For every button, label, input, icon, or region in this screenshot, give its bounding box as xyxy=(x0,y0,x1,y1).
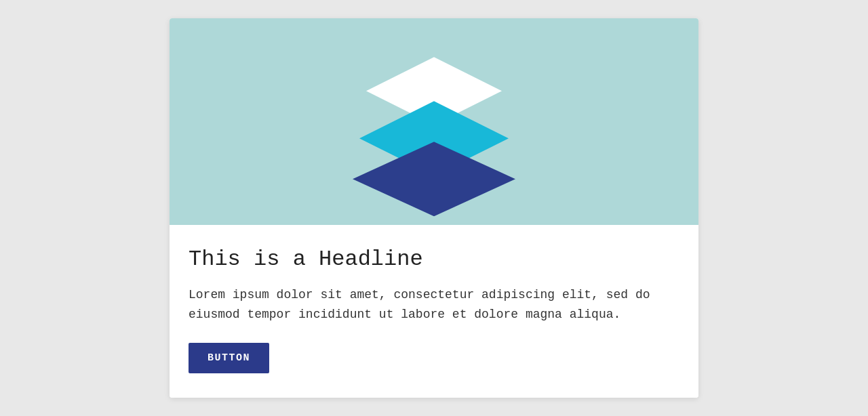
card-headline: This is a Headline xyxy=(189,247,679,272)
layer-bot-icon xyxy=(353,142,515,216)
card-button[interactable]: BUTTON xyxy=(189,343,269,373)
card-image-area xyxy=(170,18,698,225)
layers-illustration xyxy=(356,43,512,199)
card: This is a Headline Lorem ipsum dolor sit… xyxy=(170,18,698,398)
card-body-text: Lorem ipsum dolor sit amet, consectetur … xyxy=(189,285,679,325)
card-content: This is a Headline Lorem ipsum dolor sit… xyxy=(170,225,698,398)
